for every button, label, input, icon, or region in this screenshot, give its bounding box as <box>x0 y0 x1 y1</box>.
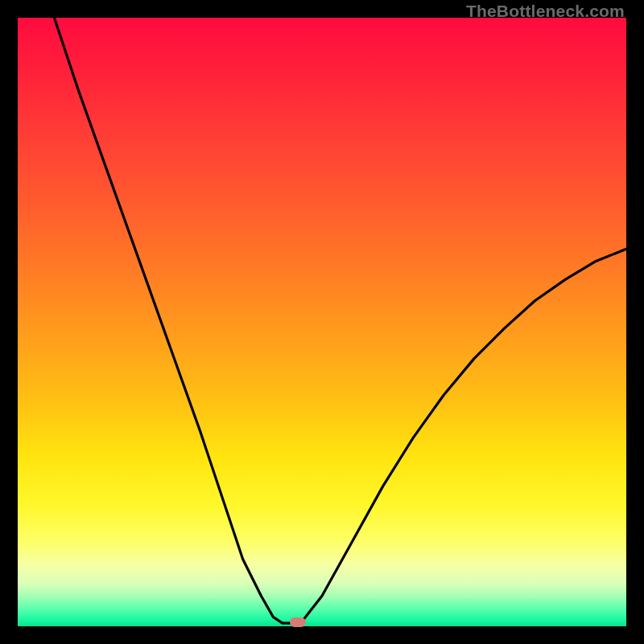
bottleneck-curve <box>18 18 626 626</box>
chart-frame: TheBottleneck.com <box>0 0 644 644</box>
curve-path <box>54 18 626 623</box>
optimal-point-marker <box>290 617 306 627</box>
plot-area <box>18 18 626 626</box>
